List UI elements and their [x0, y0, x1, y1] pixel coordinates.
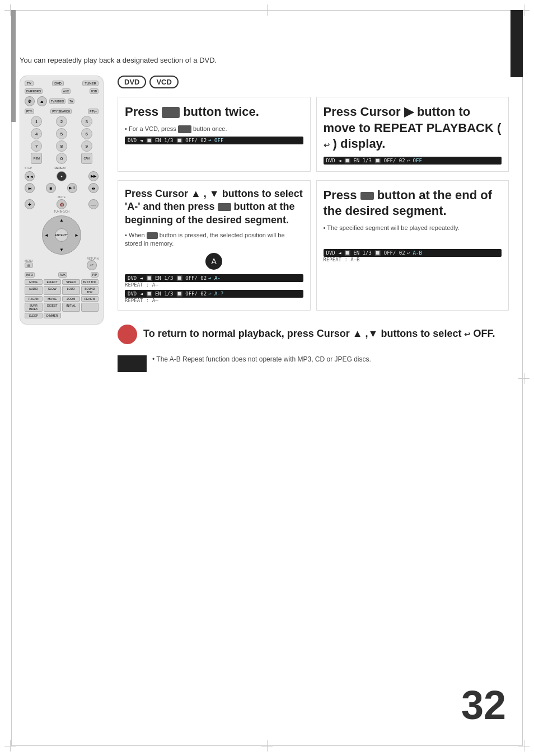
dimmer-btn[interactable]: DIMMER — [44, 313, 62, 318]
skip-next-button[interactable]: ⏭ — [88, 183, 99, 193]
tuning-text: TUNING/CH — [54, 210, 69, 213]
usb-button[interactable]: USB — [90, 88, 99, 94]
rewind-button[interactable]: ◄◄ — [25, 171, 35, 181]
digest-btn[interactable]: DIGEST — [44, 303, 62, 312]
step3-box: Press Cursor ▲ , ▼ buttons to select 'A-… — [118, 180, 311, 311]
step-label: STEP — [25, 166, 32, 170]
step-repeat-buttons: ◄◄ ● ▶▶ — [25, 171, 99, 181]
step1-button-icon — [162, 107, 180, 118]
return-group: RETURN ↩ — [87, 257, 99, 270]
num-0[interactable]: 0 — [56, 153, 67, 164]
ptv-plus-button[interactable]: PTV+ — [88, 109, 99, 114]
dvr-button[interactable]: DVR/EBRO — [25, 88, 43, 94]
skip-prev-button[interactable]: ⏮ — [25, 183, 35, 193]
num-4[interactable]: 4 — [31, 128, 42, 139]
crosshair-bl — [4, 740, 16, 752]
num-9[interactable]: 9 — [81, 140, 92, 152]
sleep-btn[interactable]: SLEEP — [25, 313, 43, 318]
pty-minus-button[interactable]: PTY- — [25, 109, 34, 114]
num-7[interactable]: 7 — [31, 140, 42, 152]
pty-search-button[interactable]: PTY SEARCH — [50, 109, 72, 114]
osd3a-text: DVD ◄ 🔲 EN 1/3 🔲 OFF/ 02 — [128, 275, 207, 281]
power-button[interactable]: ⏻ — [25, 96, 35, 106]
bottom-instruction: To return to normal playback, press Curs… — [118, 325, 509, 344]
sound-top-btn[interactable]: SOUND TOP — [81, 286, 99, 295]
step2-repeat-symbol: ↩ — [324, 141, 330, 149]
menu-return-row: MENU ▤ RETURN ↩ — [25, 257, 99, 270]
ffwd-button[interactable]: ▶▶ — [88, 171, 99, 181]
aux-button[interactable]: AUX — [62, 88, 71, 94]
tv-button[interactable]: TV — [25, 81, 34, 86]
repeat-a2-text: REPEAT : A— — [125, 298, 303, 303]
nav-down[interactable]: ▼ — [59, 247, 64, 252]
speed-btn[interactable]: SPEED — [62, 279, 80, 285]
crosshair-tc — [261, 4, 273, 16]
instructions-area: DVD VCD Press button twice. • For a VCD,… — [118, 76, 509, 372]
step1-osd: DVD ◄ 🔲 EN 1/3 🔲 OFF/ 02 ↩ OFF — [125, 137, 303, 144]
audio-btn[interactable]: AUDIO — [25, 286, 43, 295]
volume-up-button[interactable]: + — [25, 199, 35, 209]
dvd-button[interactable]: DVD — [52, 81, 64, 86]
num-2[interactable]: 2 — [56, 116, 67, 127]
empty-btn — [81, 303, 99, 312]
return-button[interactable]: ↩ — [87, 260, 97, 270]
num-8[interactable]: 8 — [56, 140, 67, 152]
nav-right[interactable]: ► — [74, 233, 79, 238]
menu-button[interactable]: ▤ — [25, 262, 33, 268]
open-button[interactable]: ⏏ — [37, 96, 47, 106]
mute-text: MUTE — [54, 195, 69, 199]
cancel-button[interactable]: CAN — [81, 153, 92, 164]
osd1-text: DVD ◄ 🔲 EN 1/3 🔲 OFF/ 02 — [128, 138, 207, 143]
initial-btn[interactable]: INITIAL — [62, 303, 80, 312]
content-row: TV DVD TUNER DVR/EBRO AUX USB ⏻ ⏏ TV/VID… — [20, 76, 509, 372]
nav-left[interactable]: ◄ — [44, 233, 49, 238]
transport-row: ⏮ ■ ▶⏸ ⏭ — [25, 183, 99, 193]
step1-vcd-icon — [178, 125, 191, 133]
num-5[interactable]: 5 — [56, 128, 67, 139]
remote-container: TV DVD TUNER DVR/EBRO AUX USB ⏻ ⏏ TV/VID… — [20, 76, 106, 325]
dvd-badge: DVD — [118, 76, 146, 88]
repeat-a-text: REPEAT : A— — [125, 282, 303, 288]
info-button[interactable]: INFO — [25, 272, 35, 278]
mode-btn[interactable]: MODE — [25, 279, 43, 285]
stop-button[interactable]: ■ — [46, 183, 56, 193]
page-number: 32 — [461, 682, 506, 728]
num-3[interactable]: 3 — [81, 116, 92, 127]
tv-video-button[interactable]: TV/VIDEO — [49, 98, 65, 104]
loud-btn[interactable]: LOUD — [62, 286, 80, 295]
step3-osd2: DVD ◄ 🔲 EN 1/3 🔲 OFF/ 02 ↩ A-? — [125, 290, 303, 298]
function-buttons: MODE EFFECT SPEED TEST TON AUDIO SLOW LO… — [25, 279, 99, 318]
pip-button[interactable]: PIP — [91, 272, 99, 278]
aux2-button[interactable]: AUX — [58, 272, 67, 278]
repeat-button[interactable]: ● — [57, 171, 67, 181]
step3-title: Press Cursor ▲ , ▼ buttons to select 'A-… — [125, 187, 303, 227]
play-pause-button[interactable]: ▶⏸ — [67, 183, 77, 193]
num-1[interactable]: 1 — [31, 116, 42, 127]
zoom-btn[interactable]: ZOOM — [62, 296, 80, 302]
remain-button[interactable]: REM — [31, 153, 42, 164]
remote-control: TV DVD TUNER DVR/EBRO AUX USB ⏻ ⏏ TV/VID… — [20, 76, 104, 325]
ta-button[interactable]: TA — [68, 98, 74, 104]
osd4-text: DVD ◄ 🔲 EN 1/3 🔲 OFF/ 02 — [326, 250, 405, 256]
surr-index-btn[interactable]: SURR INDEX — [25, 303, 43, 312]
effect-btn[interactable]: EFFECT — [44, 279, 62, 285]
slow-btn[interactable]: SLOW — [44, 286, 62, 295]
enter-button[interactable]: ENTER ↩ — [55, 228, 68, 242]
nav-up[interactable]: ▲ — [59, 218, 64, 223]
tuner-button[interactable]: TUNER — [82, 81, 99, 86]
left-bar — [11, 10, 16, 122]
vcd-badge: VCD — [149, 76, 178, 88]
num-6[interactable]: 6 — [81, 128, 92, 139]
pscan-btn[interactable]: P.SCAN — [25, 296, 43, 302]
volume-down-button[interactable]: — — [88, 199, 99, 209]
testton-btn[interactable]: TEST TON — [81, 279, 99, 285]
intro-text: You can repeatedly play back a designate… — [20, 56, 509, 64]
crosshair-rc — [518, 373, 530, 384]
crosshair-bc — [261, 740, 273, 752]
step4-box: Press button at the end of the desired s… — [316, 180, 509, 311]
mute-label: MUTE 🔇 TUNING/CH — [54, 195, 69, 213]
mute-button[interactable]: 🔇 — [57, 199, 67, 209]
review-btn[interactable]: REVIEW — [81, 296, 99, 302]
movie-btn[interactable]: MOVIE — [44, 296, 62, 302]
note-icon-box — [118, 355, 147, 372]
